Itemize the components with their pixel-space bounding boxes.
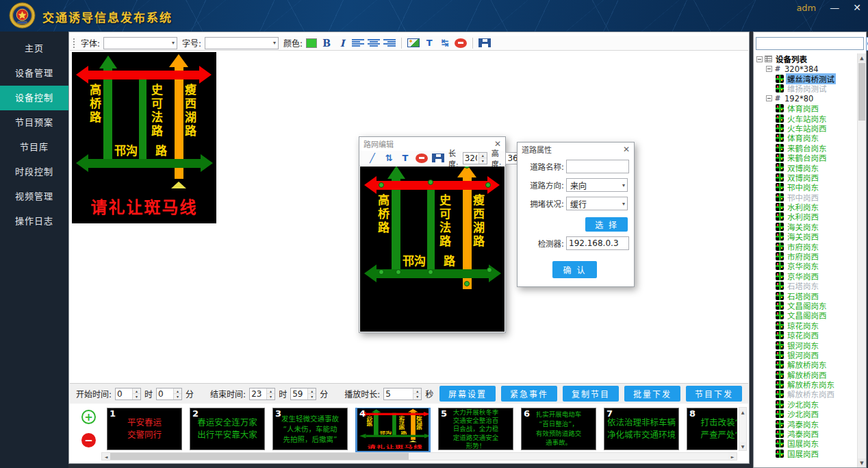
- playlist-item[interactable]: 7依法治理非标车辆净化城市交通环境: [604, 408, 679, 450]
- device-item[interactable]: 火车站岗西: [755, 123, 856, 133]
- spin-down-icon[interactable]: ▾: [133, 394, 140, 399]
- start-minute-spinner-input[interactable]: [157, 389, 173, 399]
- spin-down-icon[interactable]: ▾: [479, 158, 487, 164]
- spacing-icon[interactable]: ↹: [439, 37, 451, 49]
- device-item[interactable]: 沙北岗西: [755, 409, 856, 419]
- device-item[interactable]: 解放桥岗西: [755, 370, 856, 380]
- road-editor-titlebar[interactable]: 路网编辑 ✕: [359, 137, 505, 151]
- playlist-item[interactable]: 6扎实开展电动车“百日整治”，有效预防道路交通事故。: [521, 408, 596, 450]
- device-item[interactable]: 国展岗东: [755, 439, 856, 448]
- sidebar-item[interactable]: 操作日志: [0, 209, 68, 234]
- sidebar-item[interactable]: 时段控制: [0, 160, 68, 184]
- end-hour-spinner-input[interactable]: [250, 389, 266, 399]
- device-item[interactable]: 解放桥岗东: [755, 360, 856, 369]
- device-item[interactable]: 市府岗东: [755, 241, 856, 251]
- device-item[interactable]: 鸿泰岗西: [755, 429, 856, 439]
- device-item[interactable]: 维扬岗测试: [755, 84, 856, 93]
- sidebar-item[interactable]: 设备管理: [0, 61, 68, 86]
- device-item[interactable]: 银河岗东: [755, 340, 856, 349]
- playlist-item[interactable]: 3发生轻微交通事故“人未伤，车能动先拍照，后撤离”: [272, 408, 348, 450]
- save-icon[interactable]: [432, 153, 444, 162]
- edit-handle[interactable]: [428, 269, 433, 275]
- device-item[interactable]: 双博岗东: [755, 162, 856, 172]
- tree-expander-icon[interactable]: [766, 95, 772, 101]
- length-spinner[interactable]: ▴▾: [463, 152, 487, 164]
- tree-scrollbar[interactable]: ▲ ▼: [857, 53, 866, 467]
- sidebar-item[interactable]: 节目库: [0, 135, 68, 160]
- confirm-button[interactable]: 确 认: [552, 261, 598, 278]
- device-item[interactable]: 解放桥东岗东: [755, 380, 856, 389]
- spin-up-icon[interactable]: ▴: [308, 389, 316, 395]
- device-item[interactable]: 水利岗东: [755, 202, 856, 212]
- spin-down-icon[interactable]: ▾: [413, 394, 421, 399]
- road-name-input[interactable]: [566, 160, 629, 173]
- edit-handle[interactable]: [487, 267, 492, 273]
- duration-spinner-input[interactable]: [384, 389, 413, 399]
- device-item[interactable]: 来鹤台岗西: [755, 153, 856, 162]
- spin-down-icon[interactable]: ▾: [308, 394, 316, 399]
- edit-handle[interactable]: [379, 269, 384, 275]
- size-select[interactable]: ▾: [205, 37, 279, 49]
- device-item[interactable]: 琼花岗东: [755, 321, 856, 330]
- start-hour-spinner-input[interactable]: [116, 389, 132, 399]
- start-hour-spinner[interactable]: ▴▾: [115, 388, 141, 400]
- bold-icon[interactable]: B: [320, 37, 333, 49]
- device-item[interactable]: 水利岗西: [755, 212, 856, 221]
- color-swatch[interactable]: [306, 38, 317, 48]
- sidebar-item[interactable]: 主页: [0, 36, 68, 61]
- tree-expander-icon[interactable]: [756, 56, 763, 62]
- spin-up-icon[interactable]: ▴: [133, 389, 140, 395]
- device-item[interactable]: 火车站岗东: [755, 113, 856, 123]
- action-button[interactable]: 批量下发: [624, 386, 680, 402]
- spin-down-icon[interactable]: ▾: [174, 394, 181, 399]
- scrollbar-thumb[interactable]: [110, 453, 409, 460]
- device-item[interactable]: 石塔岗东: [755, 281, 856, 291]
- spin-down-icon[interactable]: ▾: [267, 394, 275, 399]
- device-item[interactable]: 沙北岗东: [755, 399, 856, 409]
- edit-handle[interactable]: [428, 180, 433, 185]
- sidebar-item[interactable]: 节目预案: [0, 110, 68, 135]
- device-item[interactable]: 琼花岗西: [755, 330, 856, 340]
- playlist-item[interactable]: 2春运安全连万家出行平安靠大家: [190, 408, 265, 450]
- playlist-horizontal-scrollbar[interactable]: ◄ ►: [101, 452, 737, 460]
- device-item[interactable]: 京华岗东: [755, 261, 856, 271]
- start-minute-spinner[interactable]: ▴▾: [156, 388, 182, 400]
- spin-up-icon[interactable]: ▴: [413, 389, 421, 395]
- add-program-button[interactable]: +: [81, 410, 96, 424]
- device-search-input[interactable]: [756, 37, 864, 50]
- device-item[interactable]: 螺丝湾桥测试: [755, 74, 856, 84]
- tree-root[interactable]: 设备列表: [755, 54, 856, 64]
- italic-icon[interactable]: I: [336, 37, 348, 49]
- sidebar-item[interactable]: 设备控制: [0, 86, 68, 110]
- spin-up-icon[interactable]: ▴: [267, 389, 275, 395]
- device-item[interactable]: 文昌阁岗东: [755, 301, 856, 310]
- save-icon[interactable]: [478, 38, 491, 47]
- playlist-item[interactable]: 8打击改装“炸严查严处“机: [687, 408, 737, 450]
- device-item[interactable]: 海关岗东: [755, 222, 856, 232]
- action-button[interactable]: 节目下发: [686, 386, 742, 402]
- device-item[interactable]: 邗中岗东: [755, 182, 856, 192]
- tree-group[interactable]: #320*384: [755, 64, 856, 73]
- action-button[interactable]: 紧急事件: [501, 386, 557, 402]
- tree-expander-icon[interactable]: [766, 66, 772, 72]
- action-button[interactable]: 屏幕设置: [439, 386, 496, 402]
- playlist-vertical-scrollbar[interactable]: ▲ ▼: [739, 407, 747, 451]
- action-button[interactable]: 复制节目: [563, 386, 619, 402]
- edit-handle[interactable]: [379, 182, 384, 188]
- spin-up-icon[interactable]: ▴: [174, 389, 181, 395]
- delete-icon[interactable]: [416, 153, 428, 163]
- end-minute-spinner-input[interactable]: [291, 389, 307, 399]
- scroll-down-icon[interactable]: ▼: [858, 458, 866, 467]
- close-button[interactable]: ✕: [853, 2, 861, 13]
- playlist-item[interactable]: 1平安春运交警同行: [107, 408, 182, 450]
- length-spinner-input[interactable]: [463, 153, 478, 164]
- scroll-up-icon[interactable]: ▲: [739, 408, 746, 416]
- device-item[interactable]: 海关岗西: [755, 232, 856, 241]
- scroll-right-icon[interactable]: ►: [728, 453, 737, 460]
- duration-spinner[interactable]: ▴▾: [383, 388, 422, 400]
- font-select[interactable]: ▾: [103, 37, 177, 49]
- minimize-button[interactable]: —: [830, 2, 839, 13]
- playlist-item[interactable]: 5大力开展秋冬季交通安全整治百日会战，全力稳定道路交通安全形势！: [438, 408, 513, 450]
- scroll-down-icon[interactable]: ▼: [739, 442, 746, 450]
- toolbar-grip[interactable]: [73, 38, 76, 49]
